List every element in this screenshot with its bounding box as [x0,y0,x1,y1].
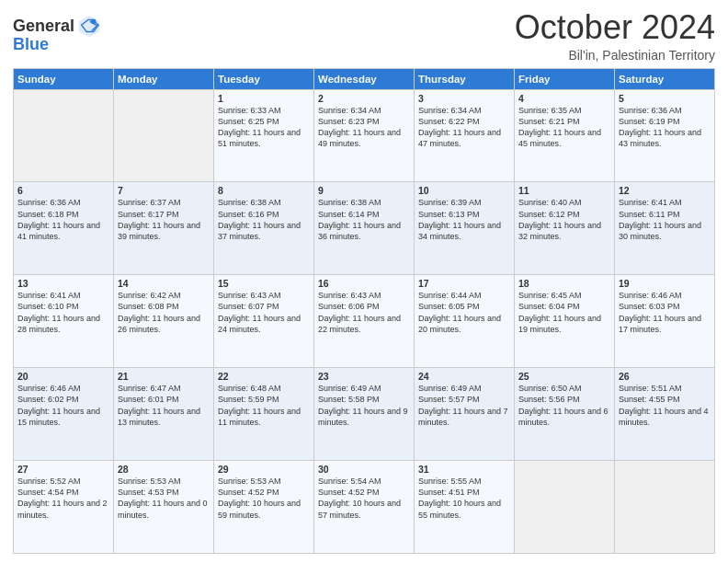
day-number: 29 [218,464,310,475]
day-number: 19 [619,278,711,289]
day-number: 28 [118,464,210,475]
calendar-cell: 4Sunrise: 6:35 AM Sunset: 6:21 PM Daylig… [515,89,615,182]
day-number: 9 [318,185,410,196]
cell-info: Sunrise: 6:34 AM Sunset: 6:23 PM Dayligh… [318,105,410,150]
cell-info: Sunrise: 5:52 AM Sunset: 4:54 PM Dayligh… [17,476,109,521]
cell-info: Sunrise: 5:53 AM Sunset: 4:52 PM Dayligh… [218,476,310,521]
cell-info: Sunrise: 6:38 AM Sunset: 6:16 PM Dayligh… [218,197,310,242]
cell-info: Sunrise: 6:38 AM Sunset: 6:14 PM Dayligh… [318,197,410,242]
day-number: 20 [17,371,109,382]
cell-info: Sunrise: 6:36 AM Sunset: 6:19 PM Dayligh… [619,105,711,150]
calendar-cell: 5Sunrise: 6:36 AM Sunset: 6:19 PM Daylig… [615,89,715,182]
header: General Blue October 2024 Bil'in, Palest… [13,9,715,63]
calendar-cell: 23Sunrise: 6:49 AM Sunset: 5:58 PM Dayli… [314,368,415,461]
calendar-cell: 18Sunrise: 6:45 AM Sunset: 6:04 PM Dayli… [515,275,615,368]
calendar-cell [114,89,214,182]
cell-info: Sunrise: 6:46 AM Sunset: 6:03 PM Dayligh… [619,290,711,335]
week-row-4: 27Sunrise: 5:52 AM Sunset: 4:54 PM Dayli… [14,461,715,554]
day-number: 6 [17,185,109,196]
day-number: 27 [17,464,109,475]
calendar-cell: 17Sunrise: 6:44 AM Sunset: 6:05 PM Dayli… [415,275,515,368]
calendar-cell: 30Sunrise: 5:54 AM Sunset: 4:52 PM Dayli… [314,461,415,554]
calendar-cell [615,461,715,554]
header-row: SundayMondayTuesdayWednesdayThursdayFrid… [14,68,715,89]
day-number: 31 [418,464,510,475]
cell-info: Sunrise: 5:53 AM Sunset: 4:53 PM Dayligh… [118,476,210,521]
calendar-cell: 20Sunrise: 6:46 AM Sunset: 6:02 PM Dayli… [14,368,114,461]
cell-info: Sunrise: 6:39 AM Sunset: 6:13 PM Dayligh… [418,197,510,242]
col-header-friday: Friday [515,68,615,89]
col-header-monday: Monday [114,68,214,89]
calendar-cell: 22Sunrise: 6:48 AM Sunset: 5:59 PM Dayli… [214,368,314,461]
calendar-cell: 13Sunrise: 6:41 AM Sunset: 6:10 PM Dayli… [14,275,114,368]
calendar-cell: 7Sunrise: 6:37 AM Sunset: 6:17 PM Daylig… [114,182,214,275]
day-number: 1 [218,93,310,104]
day-number: 8 [218,185,310,196]
cell-info: Sunrise: 6:41 AM Sunset: 6:10 PM Dayligh… [17,290,109,335]
day-number: 24 [418,371,510,382]
calendar-cell: 16Sunrise: 6:43 AM Sunset: 6:06 PM Dayli… [314,275,415,368]
calendar-cell: 3Sunrise: 6:34 AM Sunset: 6:22 PM Daylig… [415,89,515,182]
day-number: 22 [218,371,310,382]
calendar-cell: 10Sunrise: 6:39 AM Sunset: 6:13 PM Dayli… [415,182,515,275]
cell-info: Sunrise: 6:34 AM Sunset: 6:22 PM Dayligh… [418,105,510,150]
day-number: 4 [518,93,610,104]
logo: General Blue [13,13,102,54]
col-header-saturday: Saturday [615,68,715,89]
page: General Blue October 2024 Bil'in, Palest… [0,0,728,563]
cell-info: Sunrise: 6:48 AM Sunset: 5:59 PM Dayligh… [218,383,310,428]
cell-info: Sunrise: 6:43 AM Sunset: 6:06 PM Dayligh… [318,290,410,335]
calendar-cell: 6Sunrise: 6:36 AM Sunset: 6:18 PM Daylig… [14,182,114,275]
day-number: 21 [118,371,210,382]
calendar-cell: 1Sunrise: 6:33 AM Sunset: 6:25 PM Daylig… [214,89,314,182]
day-number: 18 [518,278,610,289]
cell-info: Sunrise: 6:50 AM Sunset: 5:56 PM Dayligh… [518,383,610,428]
cell-info: Sunrise: 6:33 AM Sunset: 6:25 PM Dayligh… [218,105,310,150]
week-row-3: 20Sunrise: 6:46 AM Sunset: 6:02 PM Dayli… [14,368,715,461]
calendar-cell [515,461,615,554]
day-number: 30 [318,464,410,475]
cell-info: Sunrise: 6:40 AM Sunset: 6:12 PM Dayligh… [518,197,610,242]
cell-info: Sunrise: 6:36 AM Sunset: 6:18 PM Dayligh… [17,197,109,242]
week-row-2: 13Sunrise: 6:41 AM Sunset: 6:10 PM Dayli… [14,275,715,368]
day-number: 2 [318,93,410,104]
calendar-cell: 19Sunrise: 6:46 AM Sunset: 6:03 PM Dayli… [615,275,715,368]
day-number: 12 [619,185,711,196]
col-header-thursday: Thursday [415,68,515,89]
cell-info: Sunrise: 6:42 AM Sunset: 6:08 PM Dayligh… [118,290,210,335]
calendar-cell: 27Sunrise: 5:52 AM Sunset: 4:54 PM Dayli… [14,461,114,554]
calendar-cell: 28Sunrise: 5:53 AM Sunset: 4:53 PM Dayli… [114,461,214,554]
location-title: Bil'in, Palestinian Territory [515,48,715,63]
col-header-sunday: Sunday [14,68,114,89]
day-number: 7 [118,185,210,196]
day-number: 16 [318,278,410,289]
day-number: 13 [17,278,109,289]
calendar-cell: 12Sunrise: 6:41 AM Sunset: 6:11 PM Dayli… [615,182,715,275]
week-row-1: 6Sunrise: 6:36 AM Sunset: 6:18 PM Daylig… [14,182,715,275]
logo-general: General [13,17,74,36]
calendar-cell: 14Sunrise: 6:42 AM Sunset: 6:08 PM Dayli… [114,275,214,368]
day-number: 17 [418,278,510,289]
calendar-cell: 29Sunrise: 5:53 AM Sunset: 4:52 PM Dayli… [214,461,314,554]
col-header-wednesday: Wednesday [314,68,415,89]
calendar-cell: 26Sunrise: 5:51 AM Sunset: 4:55 PM Dayli… [615,368,715,461]
day-number: 25 [518,371,610,382]
calendar-cell: 21Sunrise: 6:47 AM Sunset: 6:01 PM Dayli… [114,368,214,461]
day-number: 10 [418,185,510,196]
calendar-cell: 2Sunrise: 6:34 AM Sunset: 6:23 PM Daylig… [314,89,415,182]
day-number: 15 [218,278,310,289]
logo-text: General Blue [13,13,102,54]
day-number: 23 [318,371,410,382]
calendar-table: SundayMondayTuesdayWednesdayThursdayFrid… [13,68,715,554]
month-title: October 2024 [515,9,715,46]
cell-info: Sunrise: 6:44 AM Sunset: 6:05 PM Dayligh… [418,290,510,335]
week-row-0: 1Sunrise: 6:33 AM Sunset: 6:25 PM Daylig… [14,89,715,182]
cell-info: Sunrise: 6:45 AM Sunset: 6:04 PM Dayligh… [518,290,610,335]
day-number: 26 [619,371,711,382]
svg-point-1 [91,19,97,25]
calendar-cell [14,89,114,182]
cell-info: Sunrise: 5:55 AM Sunset: 4:51 PM Dayligh… [418,476,510,521]
calendar-cell: 24Sunrise: 6:49 AM Sunset: 5:57 PM Dayli… [415,368,515,461]
cell-info: Sunrise: 5:51 AM Sunset: 4:55 PM Dayligh… [619,383,711,428]
cell-info: Sunrise: 6:43 AM Sunset: 6:07 PM Dayligh… [218,290,310,335]
